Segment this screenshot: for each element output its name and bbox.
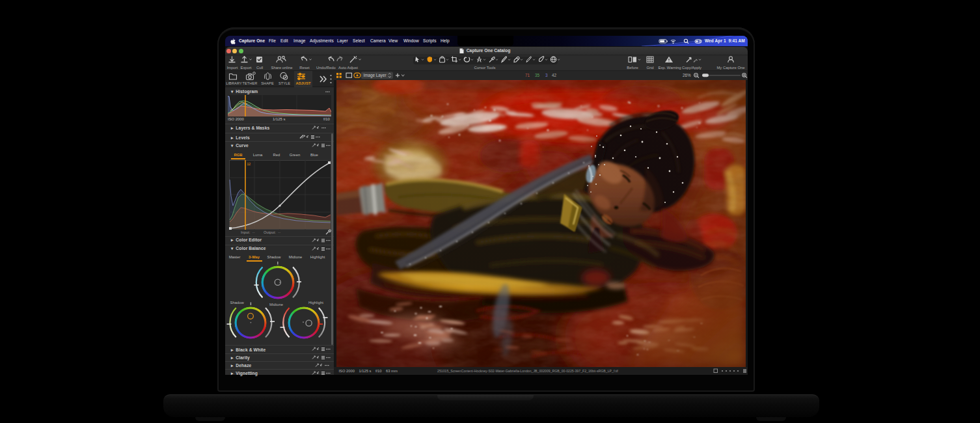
- svg-text:12: 12: [247, 162, 251, 166]
- svg-text:42: 42: [552, 73, 557, 77]
- svg-text:35: 35: [535, 73, 540, 77]
- svg-text:Image Layer: Image Layer: [364, 73, 387, 78]
- svg-text:71: 71: [525, 73, 530, 77]
- svg-text:3: 3: [545, 73, 548, 77]
- svg-text:26%: 26%: [683, 73, 691, 77]
